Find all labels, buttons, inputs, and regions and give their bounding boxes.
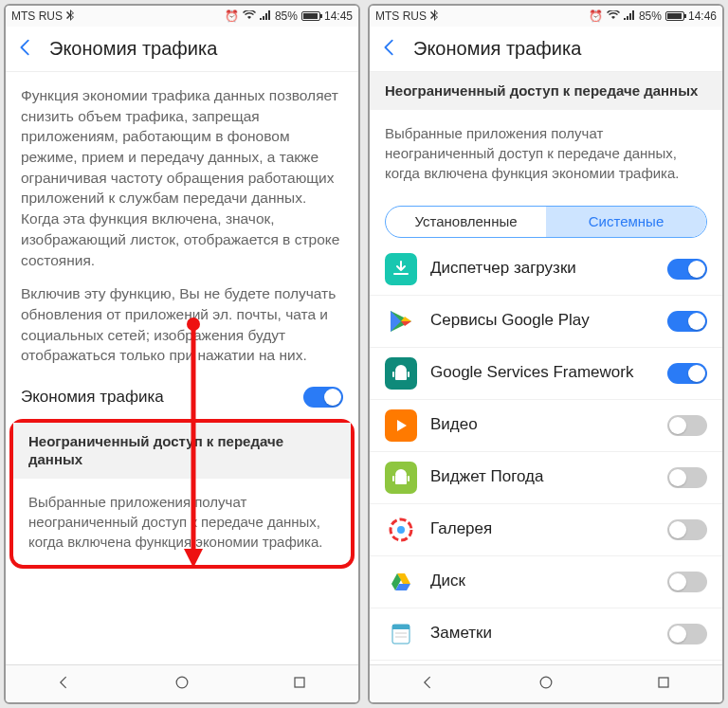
clock: 14:45 [324,9,353,23]
signal-icon [260,9,271,23]
nav-bar [6,664,358,702]
data-saver-toggle-row[interactable]: Экономия трафика [6,375,358,419]
tab-segmented-control: Установленные Системные [385,206,707,238]
nav-home[interactable] [537,673,555,696]
app-list: Диспетчер загрузкиСервисы Google PlayGoo… [370,244,722,665]
carrier-label: MTS RUS [375,9,427,23]
app-header: Экономия трафика [370,27,722,72]
svg-rect-14 [408,476,410,481]
app-row[interactable]: Сервисы Google Play [370,296,722,348]
app-icon [385,409,417,442]
app-icon [385,462,417,494]
app-label: Заметки [430,624,654,643]
phone-right: MTS RUS ⏰ 85% 14:46 Экономия трафика Нео… [368,4,724,704]
wifi-icon [607,9,620,23]
app-row[interactable]: Виджет Погода [370,452,722,504]
svg-rect-1 [295,678,304,687]
page-title: Экономия трафика [413,38,581,60]
svg-rect-8 [392,372,394,377]
desc-paragraph-1: Функция экономии трафика данных позволяе… [21,85,343,270]
app-switch[interactable] [667,467,707,488]
app-label: Google Services Framework [430,363,654,382]
app-switch[interactable] [667,572,707,592]
desc-paragraph-2: Включив эту функцию, Вы не будете получа… [21,283,343,366]
app-row[interactable]: Галерея [370,504,722,556]
app-label: Видео [430,415,654,434]
battery-pct: 85% [639,9,662,23]
app-label: Диспетчер загрузки [430,259,654,278]
unrestricted-section-header[interactable]: Неограниченный доступ к передаче данных [13,423,351,479]
alarm-icon: ⏰ [225,9,239,23]
app-row[interactable]: Заметки [370,608,722,661]
back-button[interactable] [379,37,400,62]
app-switch[interactable] [667,259,707,280]
nav-home[interactable] [173,673,191,696]
nav-back[interactable] [55,673,74,696]
toggle-label: Экономия трафика [21,388,164,407]
tab-system[interactable]: Системные [546,207,706,237]
app-row[interactable]: Видео [370,400,722,452]
app-row[interactable]: Google Services Framework [370,348,722,400]
app-header: Экономия трафика [6,27,358,72]
app-switch[interactable] [667,624,707,644]
status-bar: MTS RUS ⏰ 85% 14:45 [6,6,358,27]
description-block: Функция экономии трафика данных позволяе… [6,72,358,375]
wifi-icon [243,9,256,23]
back-button[interactable] [15,37,36,62]
svg-rect-9 [408,372,410,377]
tab-installed[interactable]: Установленные [386,207,546,237]
alarm-icon: ⏰ [589,9,603,23]
app-icon [385,253,417,285]
signal-icon [624,9,635,23]
app-icon [385,618,417,650]
app-row[interactable]: Диспетчер загрузки [370,244,722,296]
nav-back[interactable] [419,673,438,696]
nav-bar [370,664,722,702]
svg-rect-13 [392,476,394,481]
app-icon [385,305,417,337]
app-switch[interactable] [667,311,707,332]
app-switch[interactable] [667,415,707,436]
app-label: Виджет Погода [430,467,654,486]
unrestricted-section-desc: Выбранные приложения получат неограничен… [370,110,722,196]
status-bar: MTS RUS ⏰ 85% 14:46 [370,6,722,27]
unrestricted-section-desc: Выбранные приложения получат неограничен… [13,479,351,565]
app-label: Сервисы Google Play [430,311,654,330]
unrestricted-section-header: Неограниченный доступ к передаче данных [370,72,722,110]
app-icon [385,566,417,598]
content-right: Неограниченный доступ к передаче данных … [370,72,722,664]
highlight-annotation: Неограниченный доступ к передаче данных … [9,419,355,569]
nav-recent[interactable] [290,673,309,696]
nav-recent[interactable] [654,673,673,696]
svg-point-0 [176,677,188,688]
app-icon [385,514,417,546]
svg-rect-5 [395,371,407,380]
carrier-label: MTS RUS [11,9,63,23]
app-label: Диск [430,572,654,590]
app-label: Галерея [430,519,654,538]
svg-point-16 [397,526,405,534]
battery-icon [665,11,684,21]
content-left: Функция экономии трафика данных позволяе… [6,72,358,664]
phone-left: MTS RUS ⏰ 85% 14:45 Экономия трафика Фун… [4,4,360,704]
data-saver-switch[interactable] [303,387,343,408]
app-switch[interactable] [667,363,707,384]
app-row[interactable]: Диск [370,556,722,608]
app-icon [385,357,417,390]
svg-rect-10 [395,475,407,484]
clock: 14:46 [688,9,717,23]
svg-point-21 [540,677,552,688]
app-switch[interactable] [667,519,707,540]
battery-pct: 85% [275,9,298,23]
battery-icon [301,11,320,21]
bluetooth-icon [430,9,440,24]
bluetooth-icon [66,9,76,24]
svg-rect-22 [659,678,668,687]
svg-rect-18 [392,625,410,629]
page-title: Экономия трафика [49,38,217,60]
